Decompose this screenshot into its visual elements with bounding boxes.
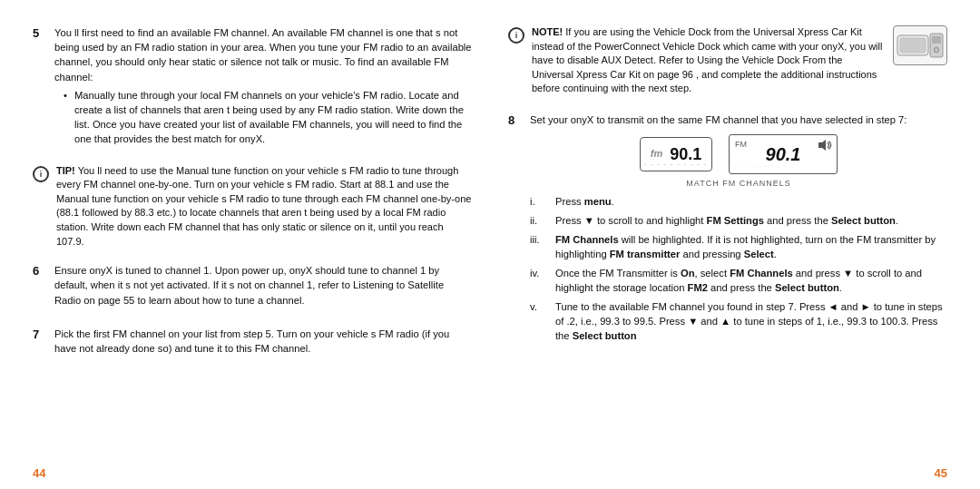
tip-icon: i [33, 166, 49, 182]
svg-rect-6 [928, 44, 932, 46]
page-number-right: 45 [935, 466, 947, 480]
tip-block: i TIP! You ll need to use the Manual tun… [33, 164, 472, 249]
step-6-number: 6 [33, 263, 47, 312]
step-5-number: 5 [33, 25, 47, 150]
match-fm-label: MATCH FM CHANNELS [686, 178, 790, 190]
substep-ii-content: Press ▼ to scroll to and highlight FM Se… [555, 214, 947, 229]
step-7-number: 7 [33, 327, 47, 360]
note-image [893, 25, 947, 65]
step-8-block: 8 Set your onyX to transmit on the same … [508, 112, 947, 347]
substep-iii: iii. FM Channels will be highlighted. If… [530, 233, 947, 262]
substep-i-label: i. [530, 195, 550, 210]
substep-iv: iv. Once the FM Transmitter is On, selec… [530, 267, 947, 296]
substep-ii-label: ii. [530, 214, 550, 229]
note-icon: i [508, 27, 524, 44]
svg-marker-7 [818, 140, 826, 151]
substeps-list: i. Press menu. ii. Press ▼ to scroll to … [530, 195, 947, 343]
substep-i: i. Press menu. [530, 195, 947, 210]
step-8-number: 8 [508, 112, 523, 347]
speaker-icon [817, 139, 833, 155]
substep-iv-content: Once the FM Transmitter is On, select FM… [555, 267, 947, 296]
fm-right-label: FM [735, 139, 747, 151]
step-5-content: You ll first need to find an available F… [54, 25, 472, 150]
fm-right-dots: · · · · · · · · · [735, 163, 788, 170]
fm-radio-right: FM 90.1 · · · · · · · · · [729, 134, 838, 174]
step-7-content: Pick the first FM channel on your list f… [54, 327, 472, 360]
step-6-block: 6 Ensure onyX is tuned to channel 1. Upo… [33, 263, 472, 312]
note-label: NOTE! [532, 26, 563, 37]
svg-point-5 [936, 49, 938, 52]
step-5-bullet-1: Manually tune through your local FM chan… [64, 89, 472, 147]
right-column: i NOTE! If you are using the Vehicle Doc… [508, 25, 947, 464]
substep-v-label: v. [530, 300, 550, 344]
substep-v-content: Tune to the available FM channel you fou… [555, 300, 947, 344]
step-5-bullets: Manually tune through your local FM chan… [54, 89, 472, 147]
fm-radio-left: fm 90.1 · · · · · · · · · · [640, 137, 712, 171]
substep-iv-label: iv. [530, 267, 550, 296]
substep-i-content: Press menu. [555, 195, 947, 210]
page-number-left: 44 [33, 466, 45, 480]
fm-left-dots: · · · · · · · · · · [644, 161, 708, 169]
tip-label: TIP! [56, 165, 75, 176]
svg-rect-1 [900, 38, 926, 53]
note-text: If you are using the Vehicle Dock from t… [532, 26, 882, 93]
substep-v: v. Tune to the available FM channel you … [530, 300, 947, 344]
step-8-text: Set your onyX to transmit on the same FM… [530, 112, 947, 127]
fm-display-row: fm 90.1 · · · · · · · · · · FM 90.1 · · … [640, 134, 838, 174]
substep-iii-content: FM Channels will be highlighted. If it i… [555, 233, 947, 262]
note-block: i NOTE! If you are using the Vehicle Doc… [508, 25, 947, 96]
step-8-content: Set your onyX to transmit on the same FM… [530, 112, 947, 347]
tip-text: You ll need to use the Manual tune funct… [56, 165, 471, 247]
step-7-text: Pick the first FM channel on your list f… [54, 327, 472, 356]
step-6-content: Ensure onyX is tuned to channel 1. Upon … [54, 263, 472, 312]
step-7-block: 7 Pick the first FM channel on your list… [33, 327, 472, 360]
substep-ii: ii. Press ▼ to scroll to and highlight F… [530, 214, 947, 229]
substep-i-bold: menu [584, 196, 612, 207]
fm-channels-section: fm 90.1 · · · · · · · · · · FM 90.1 · · … [530, 134, 947, 190]
step-5-text: You ll first need to find an available F… [54, 25, 472, 84]
step-6-text: Ensure onyX is tuned to channel 1. Upon … [54, 263, 472, 308]
tip-content: TIP! You ll need to use the Manual tune … [56, 164, 472, 249]
note-content: NOTE! If you are using the Vehicle Dock … [532, 25, 886, 96]
page-container: 5 You ll first need to find an available… [0, 0, 980, 489]
svg-rect-3 [932, 36, 941, 44]
substep-iii-label: iii. [530, 233, 550, 262]
left-column: 5 You ll first need to find an available… [33, 25, 472, 464]
device-illustration [896, 28, 945, 63]
step-5-block: 5 You ll first need to find an available… [33, 25, 472, 150]
